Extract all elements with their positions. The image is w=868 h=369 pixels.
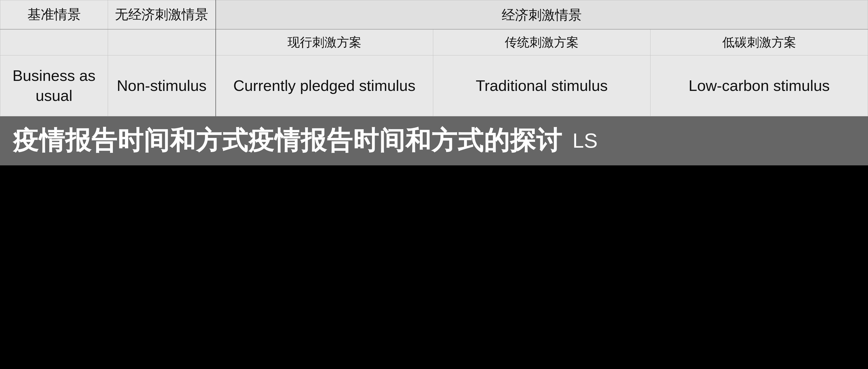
traditional-en-label: Traditional stimulus — [433, 55, 650, 116]
overlay-bar: 疫情报告时间和方式疫情报告时间和方式的探讨 LS — [0, 116, 868, 165]
table-header-row-1: 基准情景 无经济刺激情景 经济刺激情景 — [0, 0, 868, 29]
baseline-en-label: Business as usual — [0, 55, 108, 116]
table-header-row-2: 现行刺激方案 传统刺激方案 低碳刺激方案 — [0, 29, 868, 55]
table-header-row-3: Business as usual Non-stimulus Currently… — [0, 55, 868, 116]
baseline-header-cn: 基准情景 — [0, 0, 108, 29]
table-area: 基准情景 无经济刺激情景 经济刺激情景 现行刺激方案 传统刺激方案 — [0, 0, 868, 165]
black-bottom-area — [0, 165, 868, 369]
lowcarbon-subheader-cn: 低碳刺激方案 — [650, 29, 868, 55]
overlay-abbr: LS — [572, 129, 598, 152]
lowcarbon-en-label: Low-carbon stimulus — [650, 55, 868, 116]
page-wrapper: 基准情景 无经济刺激情景 经济刺激情景 现行刺激方案 传统刺激方案 — [0, 0, 868, 369]
traditional-subheader-cn: 传统刺激方案 — [433, 29, 650, 55]
non-stimulus-sub-empty — [108, 29, 216, 55]
economic-group-header-cn: 经济刺激情景 — [216, 0, 868, 29]
non-stimulus-en-label: Non-stimulus — [108, 55, 216, 116]
scenario-table: 基准情景 无经济刺激情景 经济刺激情景 现行刺激方案 传统刺激方案 — [0, 0, 868, 116]
overlay-main-text: 疫情报告时间和方式疫情报告时间和方式的探讨 — [13, 123, 562, 158]
currently-en-label: Currently pledged stimulus — [216, 55, 433, 116]
non-stimulus-header-cn: 无经济刺激情景 — [108, 0, 216, 29]
current-subheader-cn: 现行刺激方案 — [216, 29, 433, 55]
baseline-sub-empty — [0, 29, 108, 55]
